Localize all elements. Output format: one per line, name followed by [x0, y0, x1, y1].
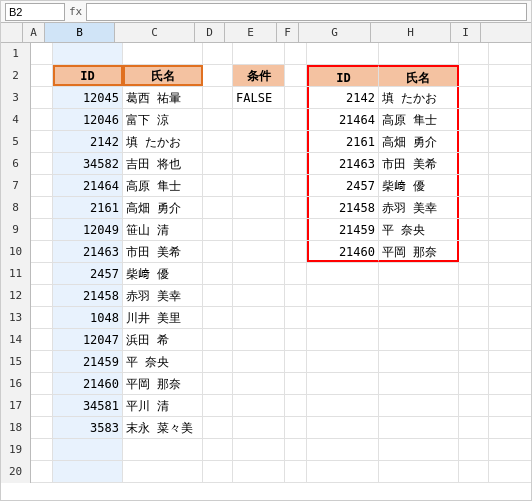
cell-A17[interactable]	[31, 395, 53, 416]
row-header-5[interactable]: 5	[1, 131, 31, 153]
col-header-G[interactable]: G	[299, 23, 371, 42]
cell-I5[interactable]	[459, 131, 489, 152]
cell-G10[interactable]: 21460	[307, 241, 379, 262]
cell-I16[interactable]	[459, 373, 489, 394]
cell-D16[interactable]	[203, 373, 233, 394]
cell-E8[interactable]	[233, 197, 285, 218]
cell-B19[interactable]	[53, 439, 123, 460]
cell-H4[interactable]: 高原 隼士	[379, 109, 459, 130]
cell-F3[interactable]	[285, 87, 307, 108]
cell-G6[interactable]: 21463	[307, 153, 379, 174]
cell-C1[interactable]	[123, 43, 203, 64]
row-header-15[interactable]: 15	[1, 351, 31, 373]
row-header-11[interactable]: 11	[1, 263, 31, 285]
cell-I17[interactable]	[459, 395, 489, 416]
cell-I18[interactable]	[459, 417, 489, 438]
cell-D3[interactable]	[203, 87, 233, 108]
cell-F2[interactable]	[285, 65, 307, 86]
cell-B9[interactable]: 12049	[53, 219, 123, 240]
cell-B13[interactable]: 1048	[53, 307, 123, 328]
cell-F17[interactable]	[285, 395, 307, 416]
cell-D2[interactable]	[203, 65, 233, 86]
col-header-H[interactable]: H	[371, 23, 451, 42]
cell-F11[interactable]	[285, 263, 307, 284]
cell-I8[interactable]	[459, 197, 489, 218]
cell-E13[interactable]	[233, 307, 285, 328]
cell-G1[interactable]	[307, 43, 379, 64]
col-header-A[interactable]: A	[23, 23, 45, 42]
cell-D1[interactable]	[203, 43, 233, 64]
cell-I7[interactable]	[459, 175, 489, 196]
cell-E19[interactable]	[233, 439, 285, 460]
cell-A1[interactable]	[31, 43, 53, 64]
cell-I19[interactable]	[459, 439, 489, 460]
cell-G12[interactable]	[307, 285, 379, 306]
col-header-E[interactable]: E	[225, 23, 277, 42]
cell-F13[interactable]	[285, 307, 307, 328]
cell-A18[interactable]	[31, 417, 53, 438]
cell-G11[interactable]	[307, 263, 379, 284]
cell-I3[interactable]	[459, 87, 489, 108]
cell-C6[interactable]: 吉田 将也	[123, 153, 203, 174]
cell-B2[interactable]: ID	[53, 65, 123, 86]
cell-C13[interactable]: 川井 美里	[123, 307, 203, 328]
cell-E4[interactable]	[233, 109, 285, 130]
cell-H19[interactable]	[379, 439, 459, 460]
row-header-8[interactable]: 8	[1, 197, 31, 219]
col-header-C[interactable]: C	[115, 23, 195, 42]
cell-C9[interactable]: 笹山 清	[123, 219, 203, 240]
cell-E20[interactable]	[233, 461, 285, 482]
cell-F8[interactable]	[285, 197, 307, 218]
cell-F7[interactable]	[285, 175, 307, 196]
cell-I20[interactable]	[459, 461, 489, 482]
col-header-B[interactable]: B	[45, 23, 115, 42]
cell-C11[interactable]: 柴﨑 優	[123, 263, 203, 284]
cell-D7[interactable]	[203, 175, 233, 196]
cell-B7[interactable]: 21464	[53, 175, 123, 196]
row-header-10[interactable]: 10	[1, 241, 31, 263]
row-header-1[interactable]: 1	[1, 43, 31, 65]
cell-E14[interactable]	[233, 329, 285, 350]
cell-H20[interactable]	[379, 461, 459, 482]
cell-F20[interactable]	[285, 461, 307, 482]
cell-I6[interactable]	[459, 153, 489, 174]
cell-H8[interactable]: 赤羽 美幸	[379, 197, 459, 218]
cell-B5[interactable]: 2142	[53, 131, 123, 152]
cell-G16[interactable]	[307, 373, 379, 394]
cell-G8[interactable]: 21458	[307, 197, 379, 218]
cell-B17[interactable]: 34581	[53, 395, 123, 416]
cell-A4[interactable]	[31, 109, 53, 130]
cell-D8[interactable]	[203, 197, 233, 218]
cell-E16[interactable]	[233, 373, 285, 394]
cell-C10[interactable]: 市田 美希	[123, 241, 203, 262]
cell-E9[interactable]	[233, 219, 285, 240]
cell-H15[interactable]	[379, 351, 459, 372]
row-header-16[interactable]: 16	[1, 373, 31, 395]
cell-H6[interactable]: 市田 美希	[379, 153, 459, 174]
cell-G17[interactable]	[307, 395, 379, 416]
cell-D10[interactable]	[203, 241, 233, 262]
row-header-12[interactable]: 12	[1, 285, 31, 307]
cell-H12[interactable]	[379, 285, 459, 306]
row-header-20[interactable]: 20	[1, 461, 31, 483]
cell-B1[interactable]	[53, 43, 123, 64]
cell-E10[interactable]	[233, 241, 285, 262]
cell-H1[interactable]	[379, 43, 459, 64]
cell-D19[interactable]	[203, 439, 233, 460]
cell-E5[interactable]	[233, 131, 285, 152]
cell-G3[interactable]: 2142	[307, 87, 379, 108]
cell-F16[interactable]	[285, 373, 307, 394]
cell-D4[interactable]	[203, 109, 233, 130]
cell-E7[interactable]	[233, 175, 285, 196]
cell-C15[interactable]: 平 奈央	[123, 351, 203, 372]
cell-D18[interactable]	[203, 417, 233, 438]
cell-C5[interactable]: 填 たかお	[123, 131, 203, 152]
cell-B4[interactable]: 12046	[53, 109, 123, 130]
cell-C16[interactable]: 平岡 那奈	[123, 373, 203, 394]
cell-H18[interactable]	[379, 417, 459, 438]
cell-C20[interactable]	[123, 461, 203, 482]
cell-B12[interactable]: 21458	[53, 285, 123, 306]
cell-H17[interactable]	[379, 395, 459, 416]
cell-F1[interactable]	[285, 43, 307, 64]
cell-E1[interactable]	[233, 43, 285, 64]
